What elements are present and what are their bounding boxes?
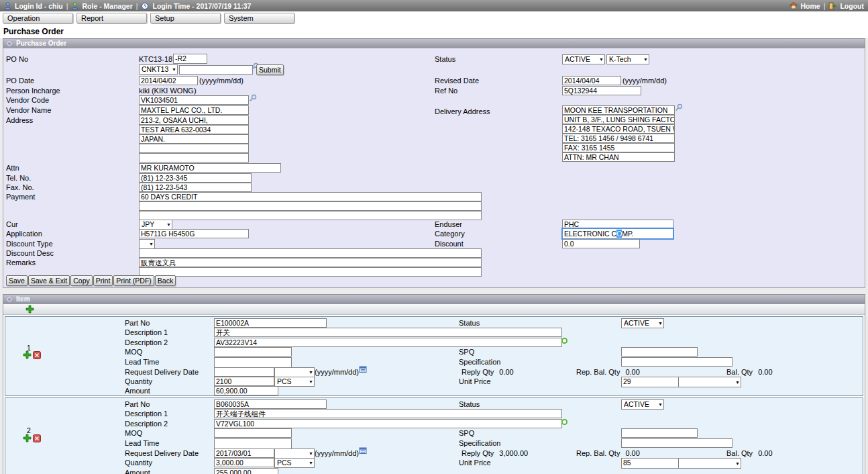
revised-date-input[interactable]: 2014/04/04 xyxy=(562,76,621,85)
back-button[interactable]: Back xyxy=(155,275,176,286)
unit-price-currency-select[interactable]: ▼ xyxy=(678,458,741,469)
address-line-4-input[interactable] xyxy=(139,144,249,153)
payment-line-2-input[interactable] xyxy=(139,201,482,211)
request-date-input[interactable]: 2017/03/01 xyxy=(214,448,274,458)
add-row-icon[interactable] xyxy=(23,350,32,359)
specification-input[interactable] xyxy=(621,357,733,367)
request-date-select[interactable]: ▼ xyxy=(274,367,315,377)
delivery-address-line-4-input[interactable]: TEL: 3165 1456 / 9498 6741 xyxy=(562,134,675,143)
print-button[interactable]: Print xyxy=(93,275,113,286)
attn-input[interactable]: MR KURAMOTO xyxy=(139,163,281,173)
add-item-icon[interactable] xyxy=(25,305,34,314)
specification-input[interactable] xyxy=(621,438,733,448)
remarks-line-2-input[interactable] xyxy=(139,267,482,277)
address-line-2-input[interactable]: TEST AREA 632-0034 xyxy=(139,125,249,134)
moq-input[interactable] xyxy=(214,428,292,438)
request-date-input[interactable] xyxy=(214,367,274,377)
status-company-select[interactable]: K-Tech▼ xyxy=(606,54,649,64)
po-no-select[interactable]: CNKT13▼ xyxy=(139,64,178,75)
unit-price-input[interactable]: 85 xyxy=(621,458,679,469)
search-icon[interactable] xyxy=(249,94,257,102)
unit-price-currency-select[interactable]: ▼ xyxy=(678,377,741,387)
green-circle-icon[interactable] xyxy=(561,337,568,344)
vendor-name-input[interactable]: MAXTEL PLAC CO., LTD. xyxy=(139,105,249,115)
payment-line-3-input[interactable] xyxy=(139,211,482,220)
calendar-icon[interactable] xyxy=(359,365,367,373)
uom-select[interactable]: PCS▼ xyxy=(274,458,315,468)
delivery-address-line-6-input[interactable]: ATTN: MR CHAN xyxy=(562,152,675,162)
top-white-band: Operation Report Setup System Purchase O… xyxy=(0,11,868,38)
discount-desc-input[interactable] xyxy=(139,248,482,258)
part-no-input[interactable]: E100002A xyxy=(214,318,327,328)
category-input[interactable]: ELECTRONIC COMP. xyxy=(562,228,673,239)
save-exit-button[interactable]: Save & Exit xyxy=(28,275,70,286)
item-add-strip xyxy=(3,304,865,315)
application-input[interactable]: H5711G H5450G xyxy=(139,229,249,238)
address-line-1-input[interactable]: 213-2, OSAKA UCHI, xyxy=(139,115,249,125)
po-no-search-input[interactable] xyxy=(179,65,253,75)
remarks-line-1-input[interactable]: 販賣送文具 xyxy=(139,258,482,267)
delete-row-icon[interactable] xyxy=(33,351,41,359)
copy-button[interactable]: Copy xyxy=(70,275,93,286)
delivery-address-line-3-input[interactable]: 142-148 TEXACO ROAD, TSUEN WAN, N xyxy=(562,124,675,134)
request-date-select[interactable]: ▼ xyxy=(274,448,315,459)
fax-input[interactable]: (81) 12-23-543 xyxy=(139,183,252,192)
add-row-icon[interactable] xyxy=(23,434,32,442)
menu-operation[interactable]: Operation xyxy=(3,13,73,23)
enduser-input[interactable]: PHC xyxy=(562,220,673,229)
delivery-address-line-2-input[interactable]: UNIT B, 3/F., LUNG SHING FACTORY BL xyxy=(562,115,675,124)
po-no-suffix-input[interactable]: -R2 xyxy=(173,54,207,64)
save-button[interactable]: Save xyxy=(6,275,28,286)
discount-input[interactable]: 0.0 xyxy=(562,239,640,248)
part-no-input[interactable]: B060035A xyxy=(214,399,327,409)
address-line-3-input[interactable]: JAPAN. xyxy=(139,134,249,144)
tel-input[interactable]: (81) 12-23-345 xyxy=(139,173,252,183)
reply-qty: Reply Qty0.00 xyxy=(462,368,514,376)
quantity-input[interactable]: 2100 xyxy=(214,377,274,386)
uom-select[interactable]: PCS▼ xyxy=(274,377,315,387)
spq-input[interactable] xyxy=(621,428,698,438)
unit-price-input[interactable]: 29 xyxy=(621,377,679,387)
vendor-code-input[interactable]: VK1034501 xyxy=(139,95,249,105)
desc1-input[interactable]: 开关端子线组件 xyxy=(214,409,562,418)
quantity-label: Quantity xyxy=(125,459,152,467)
lead-time-input[interactable] xyxy=(214,438,292,449)
payment-line-1-input[interactable]: 60 DAYS CREDIT xyxy=(139,192,482,201)
menu-report[interactable]: Report xyxy=(76,13,147,23)
amount-input[interactable]: 60,900.00 xyxy=(214,386,278,395)
moq-label: MOQ xyxy=(125,348,142,356)
moq-input[interactable] xyxy=(214,347,292,357)
spq-label: SPQ xyxy=(459,429,474,437)
currency-select[interactable]: JPY▼ xyxy=(139,220,172,230)
spq-input[interactable] xyxy=(621,347,698,357)
item-status-select[interactable]: ACTIVE▼ xyxy=(621,318,664,328)
home-link[interactable]: Home xyxy=(801,2,820,10)
logout-link[interactable]: Logout xyxy=(840,2,864,10)
amount-input[interactable]: 255,000.00 xyxy=(214,468,278,474)
ref-no-input[interactable]: 5Q132944 xyxy=(562,86,641,95)
menu-setup[interactable]: Setup xyxy=(150,13,221,23)
print-pdf-button[interactable]: Print (PDF) xyxy=(113,275,154,286)
quantity-input[interactable]: 3,000.00 xyxy=(214,458,274,467)
po-date-input[interactable]: 2014/04/02 xyxy=(139,76,198,85)
delete-row-icon[interactable] xyxy=(33,434,41,442)
search-icon[interactable] xyxy=(675,103,683,111)
delivery-address-line-5-input[interactable]: FAX: 3165 1455 xyxy=(562,143,675,152)
chevron-down-icon: ▼ xyxy=(309,459,313,467)
home-icon[interactable] xyxy=(790,2,798,9)
green-circle-icon[interactable] xyxy=(561,418,568,426)
lead-time-input[interactable] xyxy=(214,357,292,368)
address-line-5-input[interactable] xyxy=(139,153,249,162)
desc2-input[interactable]: V72VGL100 xyxy=(214,419,562,428)
calendar-icon[interactable] xyxy=(359,446,367,455)
reply-qty-value: 3,000.00 xyxy=(499,449,528,457)
desc1-input[interactable]: 开关 xyxy=(214,328,562,337)
delivery-address-line-1-input[interactable]: MOON KEE TRANSPORTATION xyxy=(562,105,675,115)
desc2-input[interactable]: AV32223V14 xyxy=(214,338,562,347)
menu-system[interactable]: System xyxy=(224,13,294,23)
discount-type-select[interactable]: ▼ xyxy=(139,239,155,249)
submit-button[interactable]: Submit xyxy=(256,64,284,75)
logout-icon[interactable] xyxy=(828,2,836,10)
status-select[interactable]: ACTIVE▼ xyxy=(562,54,605,64)
item-status-select[interactable]: ACTIVE▼ xyxy=(621,399,664,410)
